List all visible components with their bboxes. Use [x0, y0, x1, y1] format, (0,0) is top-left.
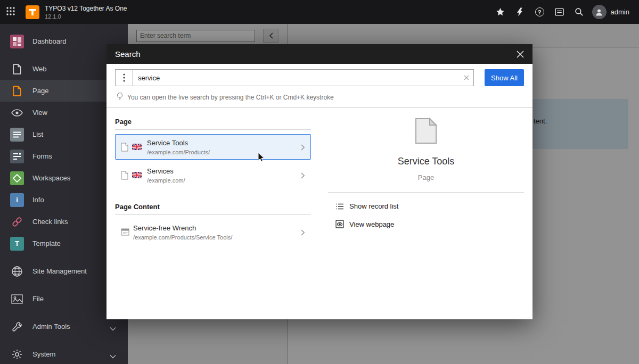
search-hint-text: You can open the live search by pressing…: [127, 94, 334, 101]
topbar-actions: ? admin: [490, 0, 639, 24]
brand: TYPO3 v12 Together As One 12.1.0: [45, 5, 127, 20]
clear-search-icon[interactable]: [464, 75, 469, 80]
divider: [328, 192, 524, 193]
bookmark-star-icon[interactable]: [490, 0, 510, 24]
info-module-icon: i: [10, 193, 24, 207]
search-input-wrap: [133, 69, 474, 86]
action-view-webpage[interactable]: View webpage: [328, 220, 524, 228]
sidebar-item-label: List: [32, 130, 43, 138]
results-layout: Page Service Tools /example.com/Products…: [115, 113, 524, 245]
typo3-logo: [26, 5, 39, 19]
result-path: /example.com/Products/Service Tools/: [133, 234, 232, 241]
chevron-right-icon: [301, 144, 305, 151]
sidebar-item-label: Web: [32, 65, 47, 73]
help-icon[interactable]: ?: [530, 0, 550, 24]
view-eye-icon: [10, 106, 24, 120]
search-icon[interactable]: [569, 0, 589, 24]
action-label: Show record list: [349, 202, 398, 210]
result-item-service-free-wrench[interactable]: Service-free Wrench /example.com/Product…: [115, 219, 311, 245]
sidebar-item-label: Admin Tools: [32, 322, 70, 330]
opendocs-icon[interactable]: [550, 0, 569, 24]
detail-type-label: Page: [328, 173, 524, 181]
web-icon: [10, 62, 24, 76]
chevron-down-icon: [110, 352, 116, 360]
results-column: Page Service Tools /example.com/Products…: [115, 113, 311, 245]
result-item-service-tools[interactable]: Service Tools /example.com/Products/: [115, 134, 311, 160]
content-element-icon: [121, 228, 129, 236]
live-search-input[interactable]: [133, 69, 474, 86]
result-title: Service Tools: [147, 139, 210, 147]
sidebar-item-label: View: [32, 109, 47, 117]
result-item-services[interactable]: Services /example.com/: [115, 162, 311, 188]
clear-cache-bolt-icon[interactable]: [510, 0, 530, 24]
modal-header: Search: [106, 44, 532, 64]
app-grid-icon: [6, 6, 15, 18]
modal-title: Search: [115, 49, 141, 59]
topbar: TYPO3 v12 Together As One 12.1.0 ? admin: [0, 0, 639, 24]
username-label: admin: [611, 8, 629, 16]
result-text: Services /example.com/: [147, 167, 185, 184]
globe-icon: [10, 264, 24, 278]
uk-flag-icon: [132, 172, 142, 178]
dashboard-icon: [10, 35, 24, 48]
sidebar-item-label: Check links: [32, 218, 68, 226]
wrench-icon: [10, 320, 24, 334]
sidebar-item-label: Page: [32, 87, 48, 95]
search-hint: You can open the live search by pressing…: [116, 92, 524, 102]
result-text: Service Tools /example.com/Products/: [147, 139, 210, 155]
drag-handle-icon[interactable]: [115, 69, 133, 86]
action-show-record-list[interactable]: Show record list: [328, 202, 524, 210]
result-title: Service-free Wrench: [133, 224, 232, 232]
sidebar-item-label: System: [32, 350, 55, 358]
result-path: /example.com/: [147, 177, 185, 184]
live-search-form: Show All: [115, 69, 524, 86]
sidebar-item-label: File: [32, 295, 44, 303]
app-grid-button[interactable]: [0, 0, 21, 24]
result-title: Services: [147, 167, 185, 175]
workspaces-module-icon: [10, 171, 24, 185]
section-title-page-content: Page Content: [115, 198, 311, 215]
action-label: View webpage: [349, 220, 394, 228]
divider: [106, 107, 532, 108]
lightbulb-icon: [116, 92, 124, 102]
sidebar-item-label: Dashboard: [32, 37, 67, 45]
sidebar-item-label: Info: [32, 196, 44, 204]
view-webpage-icon: [335, 220, 344, 228]
search-modal: Search Show All You can open the live se…: [106, 44, 532, 319]
page-doc-large-icon: [328, 118, 524, 144]
site-title: TYPO3 v12 Together As One: [45, 5, 127, 12]
list-module-icon: [10, 128, 24, 142]
section-title-page: Page: [115, 113, 311, 130]
page-doc-icon: [121, 143, 128, 152]
template-module-icon: T: [10, 237, 24, 251]
gear-icon: [10, 348, 24, 361]
link-chain-icon: [10, 215, 24, 229]
page-module-icon: [10, 84, 24, 98]
close-icon[interactable]: [517, 51, 524, 58]
result-text: Service-free Wrench /example.com/Product…: [133, 224, 232, 241]
page-doc-icon: [121, 171, 128, 180]
avatar: [592, 5, 607, 19]
sidebar-item-label: Template: [32, 239, 61, 247]
chevron-right-icon: [301, 229, 305, 236]
show-all-button[interactable]: Show All: [485, 69, 524, 86]
chevron-right-icon: [301, 172, 305, 179]
result-path: /example.com/Products/: [147, 149, 210, 155]
detail-title: Service Tools: [328, 156, 524, 167]
uk-flag-icon: [132, 144, 142, 150]
sidebar-item-system[interactable]: System: [0, 343, 128, 364]
forms-module-icon: [10, 150, 24, 163]
sidebar-item-label: Forms: [32, 152, 52, 160]
modal-body: Show All You can open the live search by…: [106, 64, 532, 319]
question-mark: ?: [535, 7, 544, 16]
sidebar-item-label: Workspaces: [32, 174, 70, 182]
record-list-icon: [335, 203, 344, 210]
typo3-version: 12.1.0: [45, 13, 127, 20]
user-menu[interactable]: admin: [589, 5, 633, 19]
detail-panel: Service Tools Page Show record list View…: [328, 113, 524, 245]
chevron-down-icon: [110, 325, 116, 333]
file-image-icon: [10, 292, 24, 306]
sidebar-item-label: Site Management: [32, 267, 87, 275]
